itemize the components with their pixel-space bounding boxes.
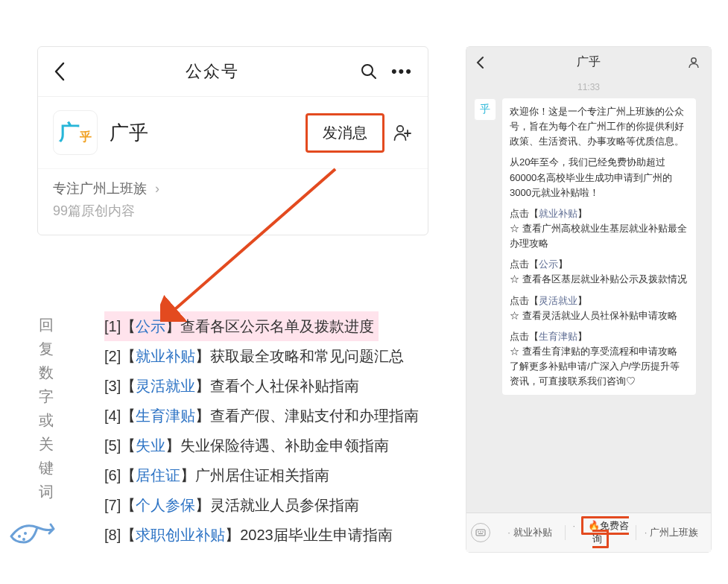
kw-desc: 】失业保险待遇、补助金申领指南	[165, 437, 389, 454]
kw-index: [2]【	[104, 348, 136, 364]
link-desc: ☆ 查看广州高校就业生基层就业补贴最全办理攻略	[510, 223, 687, 249]
hint-char: 键	[37, 456, 55, 480]
link-desc: ☆ 查看各区基层就业补贴公示及拨款情况	[510, 273, 687, 285]
link-paragraph: 点击【生育津贴】☆ 查看生育津贴的享受流程和申请攻略	[510, 329, 689, 359]
keyword-row: [6]【居住证】广州居住证相关指南	[104, 460, 419, 490]
chat-message: 乎 欢迎你！这是一个专注广州上班族的公众号，旨在为每个在广州工作的你提供利好政策…	[474, 98, 703, 395]
hint-char: 关	[37, 432, 55, 456]
kw-desc: 】灵活就业人员参保指南	[195, 497, 359, 513]
click-prefix: 点击【	[510, 258, 539, 270]
svg-point-2	[397, 126, 403, 132]
kw-keyword[interactable]: 个人参保	[136, 497, 195, 513]
chat-back-icon[interactable]	[475, 56, 490, 69]
header-title: 公众号	[65, 60, 360, 83]
chat-header: 广乎	[466, 47, 711, 77]
menu-item-mid[interactable]: 🔥免费咨询	[566, 519, 636, 546]
svg-line-1	[371, 74, 376, 78]
inline-link[interactable]: 公示	[539, 258, 558, 270]
more-icon[interactable]: •••	[391, 62, 413, 81]
click-suffix: 】	[577, 208, 587, 219]
kw-desc: 】获取最全攻略和常见问题汇总	[195, 348, 404, 364]
chat-avatar[interactable]: 乎	[474, 98, 496, 121]
kw-keyword[interactable]: 失业	[136, 437, 165, 454]
search-icon[interactable]	[360, 63, 378, 80]
hint-char: 字	[37, 384, 55, 408]
profile-meta: 专注广州上班族 › 99篇原创内容	[38, 168, 428, 235]
profile-header: 公众号 •••	[38, 47, 428, 96]
kw-keyword[interactable]: 灵活就业	[136, 378, 195, 394]
kw-index: [4]【	[104, 407, 136, 424]
svg-point-5	[22, 538, 25, 541]
footer-text: 了解更多补贴申请/广深入户/学历提升等资讯，可直接联系我们咨询♡	[510, 359, 689, 389]
inline-link[interactable]: 灵活就业	[539, 295, 577, 306]
svg-point-4	[24, 532, 27, 535]
kw-desc: 】查看个人社保补贴指南	[195, 378, 359, 394]
chat-bottom-menu: 就业补贴 🔥免费咨询 广州上班族	[466, 512, 711, 552]
svg-point-7	[691, 57, 696, 62]
account-name: 广乎	[110, 120, 306, 146]
chevron-right-icon: ›	[155, 181, 159, 196]
menu-item-right[interactable]: 广州上班族	[636, 526, 706, 539]
keyword-row: [3]【灵活就业】查看个人社保补贴指南	[104, 371, 419, 401]
chat-bubble: 欢迎你！这是一个专注广州上班族的公众号，旨在为每个在广州工作的你提供利好政策、生…	[502, 98, 696, 395]
svg-point-3	[18, 535, 21, 538]
kw-keyword[interactable]: 公示	[136, 318, 165, 334]
kw-desc: 】2023届毕业生申请指南	[225, 527, 393, 543]
inline-link[interactable]: 就业补贴	[539, 208, 577, 219]
kw-keyword[interactable]: 就业补贴	[136, 348, 195, 364]
kw-keyword[interactable]: 生育津贴	[136, 407, 195, 424]
click-suffix: 】	[577, 331, 587, 342]
profile-body: 广乎 广乎 发消息	[38, 96, 428, 168]
wechat-profile-card: 公众号 ••• 广乎 广乎 发消息 专注广州上班族 › 99篇原创内容	[37, 46, 428, 235]
account-avatar[interactable]: 广乎	[53, 110, 98, 155]
add-contact-icon[interactable]	[393, 124, 413, 142]
click-prefix: 点击【	[510, 331, 539, 342]
keyword-row: [8]【求职创业补贴】2023届毕业生申请指南	[104, 520, 419, 550]
link-block: 点击【就业补贴】☆ 查看广州高校就业生基层就业补贴最全办理攻略点击【公示】☆ 查…	[510, 206, 689, 359]
kw-index: [8]【	[104, 527, 136, 543]
kw-index: [1]【	[104, 318, 136, 334]
hint-char: 或	[37, 408, 55, 432]
click-suffix: 】	[558, 258, 568, 270]
fire-icon: 🔥	[588, 520, 600, 531]
hint-char: 数	[37, 361, 55, 384]
back-icon[interactable]	[53, 62, 65, 81]
kw-desc: 】广州居住证相关指南	[180, 467, 329, 483]
account-bio[interactable]: 专注广州上班族 ›	[53, 180, 413, 197]
kw-index: [6]【	[104, 467, 136, 483]
welcome-p2: 从20年至今，我们已经免费协助超过60000名高校毕业生成功申请到广州的3000…	[510, 155, 689, 200]
svg-rect-8	[476, 530, 485, 536]
doodle-arrow-icon	[7, 507, 67, 548]
kw-index: [3]【	[104, 378, 136, 394]
link-desc: ☆ 查看生育津贴的享受流程和申请攻略	[510, 346, 677, 357]
link-paragraph: 点击【就业补贴】☆ 查看广州高校就业生基层就业补贴最全办理攻略	[510, 206, 689, 251]
kw-index: [7]【	[104, 497, 136, 513]
link-desc: ☆ 查看灵活就业人员社保补贴申请攻略	[510, 310, 677, 321]
person-icon[interactable]	[687, 56, 702, 69]
inline-link[interactable]: 生育津贴	[539, 331, 577, 342]
menu-item-left[interactable]: 就业补贴	[495, 526, 565, 539]
keyword-list: [1]【公示】查看各区公示名单及拨款进度[2]【就业补贴】获取最全攻略和常见问题…	[104, 311, 419, 550]
kw-desc: 】查看产假、津贴支付和办理指南	[195, 407, 419, 424]
kw-keyword[interactable]: 居住证	[136, 467, 180, 483]
chat-body: 乎 欢迎你！这是一个专注广州上班族的公众号，旨在为每个在广州工作的你提供利好政策…	[466, 98, 711, 512]
chat-title: 广乎	[490, 54, 687, 70]
link-paragraph: 点击【灵活就业】☆ 查看灵活就业人员社保补贴申请攻略	[510, 293, 689, 323]
link-paragraph: 点击【公示】☆ 查看各区基层就业补贴公示及拨款情况	[510, 257, 689, 287]
kw-index: [5]【	[104, 437, 136, 454]
send-message-button[interactable]: 发消息	[306, 113, 384, 153]
keyword-row: [7]【个人参保】灵活就业人员参保指南	[104, 490, 419, 520]
keyword-row: [2]【就业补贴】获取最全攻略和常见问题汇总	[104, 341, 419, 371]
chat-timestamp: 11:33	[466, 77, 711, 98]
kw-keyword[interactable]: 求职创业补贴	[136, 527, 225, 543]
kw-desc: 】查看各区公示名单及拨款进度	[165, 318, 374, 334]
click-prefix: 点击【	[510, 208, 539, 219]
welcome-p1: 欢迎你！这是一个专注广州上班族的公众号，旨在为每个在广州工作的你提供利好政策、生…	[510, 104, 689, 149]
content-count: 99篇原创内容	[53, 202, 413, 220]
bio-text: 专注广州上班族	[53, 181, 147, 196]
keyboard-icon[interactable]	[471, 523, 490, 542]
vertical-hint: 回复数字或关键词	[37, 313, 55, 504]
keyword-row: [1]【公示】查看各区公示名单及拨款进度	[104, 311, 379, 341]
hint-char: 复	[37, 337, 55, 361]
hint-char: 词	[37, 480, 55, 504]
